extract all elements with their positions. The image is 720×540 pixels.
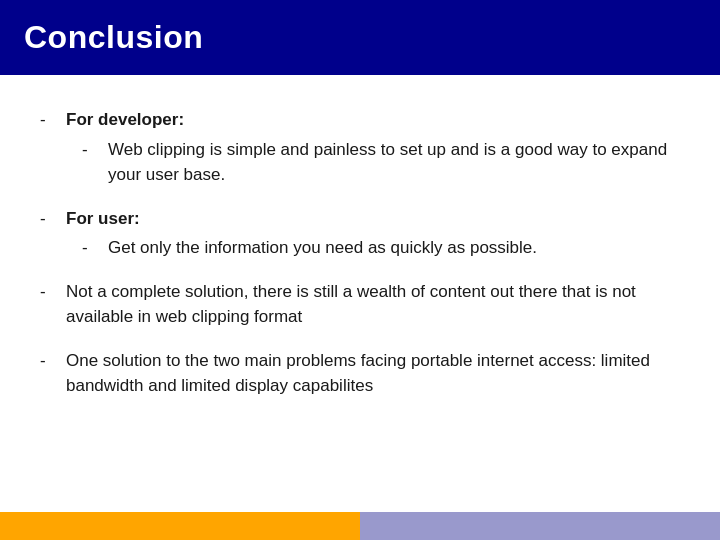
bullet-text: One solution to the two main problems fa… xyxy=(66,351,650,396)
bullet-list: - For developer: - Web clipping is simpl… xyxy=(40,107,680,399)
sub-dash: - xyxy=(82,235,102,261)
bullet-text: Not a complete solution, there is still … xyxy=(66,282,636,327)
footer-left xyxy=(0,512,360,540)
footer-bar xyxy=(0,512,720,540)
footer-right xyxy=(360,512,720,540)
bullet-dash: - xyxy=(40,107,60,133)
slide: Conclusion - For developer: - Web clippi… xyxy=(0,0,720,540)
sub-bullet: - Web clipping is simple and painless to… xyxy=(82,137,680,188)
content-area: - For developer: - Web clipping is simpl… xyxy=(0,75,720,540)
sub-dash: - xyxy=(82,137,102,163)
bullet-label: For developer: xyxy=(66,110,184,129)
slide-header: Conclusion xyxy=(0,0,720,75)
bullet-dash: - xyxy=(40,206,60,232)
bullet-content: For developer: - Web clipping is simple … xyxy=(66,107,680,188)
list-item: - For developer: - Web clipping is simpl… xyxy=(40,107,680,188)
sub-bullet-text: Web clipping is simple and painless to s… xyxy=(108,137,680,188)
list-item: - Not a complete solution, there is stil… xyxy=(40,279,680,330)
bullet-dash: - xyxy=(40,348,60,374)
bullet-content: One solution to the two main problems fa… xyxy=(66,348,680,399)
bullet-content: Not a complete solution, there is still … xyxy=(66,279,680,330)
sub-bullet-text: Get only the information you need as qui… xyxy=(108,235,537,261)
bullet-content: For user: - Get only the information you… xyxy=(66,206,680,261)
list-item: - For user: - Get only the information y… xyxy=(40,206,680,261)
sub-bullet: - Get only the information you need as q… xyxy=(82,235,680,261)
bullet-dash: - xyxy=(40,279,60,305)
bullet-label: For user: xyxy=(66,209,140,228)
slide-title: Conclusion xyxy=(24,19,203,56)
list-item: - One solution to the two main problems … xyxy=(40,348,680,399)
